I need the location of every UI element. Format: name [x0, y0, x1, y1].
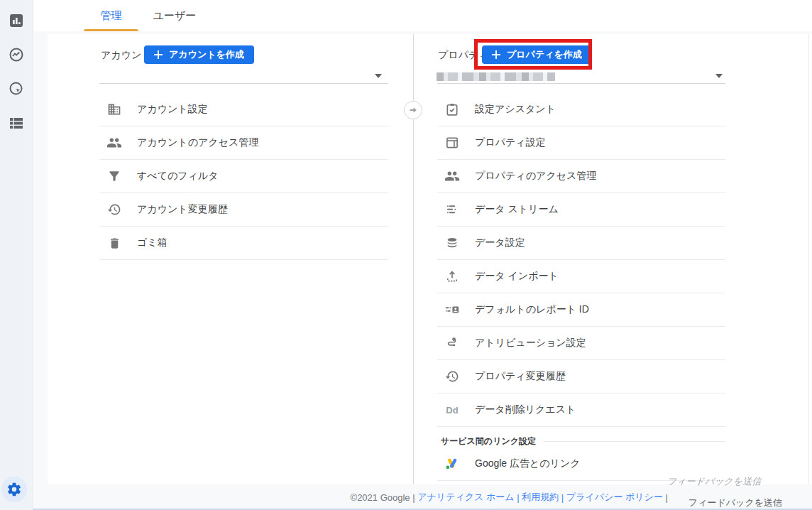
menu-item-label: アトリビューション設定	[475, 337, 586, 349]
menu-item-data-import[interactable]: データ インポート	[437, 260, 725, 293]
history-icon	[444, 369, 460, 384]
people-icon	[106, 135, 122, 151]
admin-card: アカウント アカウントを作成 アカウント設定	[48, 34, 812, 484]
next-column-divider	[808, 34, 809, 484]
menu-item-label: データ インポート	[475, 270, 559, 283]
account-selector-underline	[99, 83, 388, 84]
data-settings-icon	[444, 235, 460, 251]
menu-item-account-settings[interactable]: アカウント設定	[99, 93, 388, 126]
data-deletion-icon: Dd	[444, 402, 460, 418]
create-account-label: アカウントを作成	[169, 48, 244, 61]
explore-icon[interactable]	[6, 44, 27, 65]
menu-item-label: 設定アシスタント	[475, 103, 556, 116]
footer-link-privacy[interactable]: プライバシー ポリシー	[566, 491, 663, 504]
data-streams-icon	[444, 202, 460, 217]
product-linking-header: サービス間のリンク設定	[441, 435, 725, 447]
menu-item-data-settings[interactable]: データ設定	[437, 227, 725, 260]
admin-gear-icon[interactable]	[1, 477, 27, 502]
menu-item-label: プロパティのアクセス管理	[475, 170, 596, 183]
google-ads-icon	[444, 456, 460, 472]
nav-rail	[0, 0, 33, 510]
menu-item-setup-assistant[interactable]: 設定アシスタント	[437, 93, 725, 126]
reports-icon[interactable]	[6, 10, 27, 31]
menu-item-attribution-settings[interactable]: アトリビューション設定	[437, 327, 725, 360]
menu-item-label: データ削除リクエスト	[475, 403, 576, 416]
tab-admin[interactable]: 管理	[84, 0, 138, 31]
header-divider	[543, 441, 725, 442]
menu-item-data-streams[interactable]: データ ストリーム	[437, 193, 725, 227]
people-icon	[444, 168, 460, 184]
trash-icon	[106, 235, 122, 251]
property-menu: 設定アシスタント プロパティ設定 プロパティのア	[437, 93, 725, 427]
product-linking-header-label: サービス間のリンク設定	[441, 435, 536, 447]
footer-link-analytics-home[interactable]: アナリティクス ホーム	[417, 491, 514, 504]
menu-item-label: アカウント変更履歴	[137, 203, 228, 216]
menu-item-property-access[interactable]: プロパティのアクセス管理	[437, 160, 725, 193]
menu-item-all-filters[interactable]: すべてのフィルタ	[99, 160, 388, 193]
data-import-icon	[444, 268, 460, 284]
property-selector-caret-icon[interactable]	[715, 74, 723, 78]
menu-item-label: ゴミ箱	[137, 237, 168, 249]
menu-item-account-history[interactable]: アカウント変更履歴	[99, 193, 388, 227]
tab-users[interactable]: ユーザー	[146, 0, 203, 31]
menu-item-account-access[interactable]: アカウントのアクセス管理	[99, 126, 388, 160]
menu-item-data-deletion[interactable]: Dd データ削除リクエスト	[437, 394, 725, 427]
footer-link-terms[interactable]: 利用規約	[522, 491, 559, 504]
menu-item-label: プロパティ変更履歴	[475, 370, 566, 383]
menu-item-label: すべてのフィルタ	[137, 170, 219, 183]
menu-item-label: データ設定	[475, 237, 525, 249]
account-selector-caret-icon[interactable]	[375, 74, 382, 78]
footer-send-feedback[interactable]: フィードバックを送信 フィードバックを送信	[673, 475, 782, 510]
attribution-icon	[444, 335, 460, 351]
filter-icon	[106, 168, 122, 184]
menu-item-trash[interactable]: ゴミ箱	[99, 227, 388, 260]
menu-item-property-history[interactable]: プロパティ変更履歴	[437, 360, 725, 394]
property-selector-underline	[437, 83, 725, 84]
menu-item-label: データ ストリーム	[475, 203, 559, 216]
menu-item-label: デフォルトのレポート ID	[475, 303, 589, 316]
property-settings-icon	[444, 135, 460, 151]
property-selector-redacted-value	[437, 72, 555, 81]
account-menu: アカウント設定 アカウントのアクセス管理 すべてのフィルタ	[99, 93, 388, 260]
setup-assistant-icon	[444, 102, 460, 117]
arrow-right-icon	[409, 106, 417, 114]
advertising-icon[interactable]	[6, 78, 27, 99]
menu-item-label: プロパティ設定	[475, 136, 546, 149]
tab-bar: 管理 ユーザー	[34, 0, 812, 31]
footer: ©2021 Google | アナリティクス ホーム | 利用規約 | プライバ…	[34, 484, 812, 510]
menu-item-label: アカウントのアクセス管理	[137, 136, 258, 149]
menu-item-reporting-identity[interactable]: デフォルトのレポート ID	[437, 293, 725, 327]
configure-icon[interactable]	[6, 112, 27, 134]
footer-feedback-ghost-text: フィードバックを送信	[666, 475, 764, 488]
tab-admin-label: 管理	[101, 9, 122, 23]
footer-feedback-text: フィードバックを送信	[688, 497, 782, 508]
plus-icon	[154, 50, 163, 59]
expand-column-button[interactable]	[404, 101, 422, 119]
reporting-identity-icon	[444, 302, 460, 318]
footer-copyright: ©2021 Google	[351, 492, 410, 503]
create-account-button[interactable]: アカウントを作成	[144, 45, 254, 64]
history-icon	[106, 202, 122, 217]
menu-item-label: アカウント設定	[137, 103, 208, 116]
tab-users-label: ユーザー	[153, 9, 197, 23]
menu-item-property-settings[interactable]: プロパティ設定	[437, 126, 725, 160]
business-icon	[106, 102, 122, 117]
ga-admin-page: 管理 ユーザー アカウント アカウントを作成	[0, 0, 812, 510]
annotation-highlight-box	[474, 39, 592, 70]
menu-item-label: Google 広告とのリンク	[475, 457, 581, 470]
